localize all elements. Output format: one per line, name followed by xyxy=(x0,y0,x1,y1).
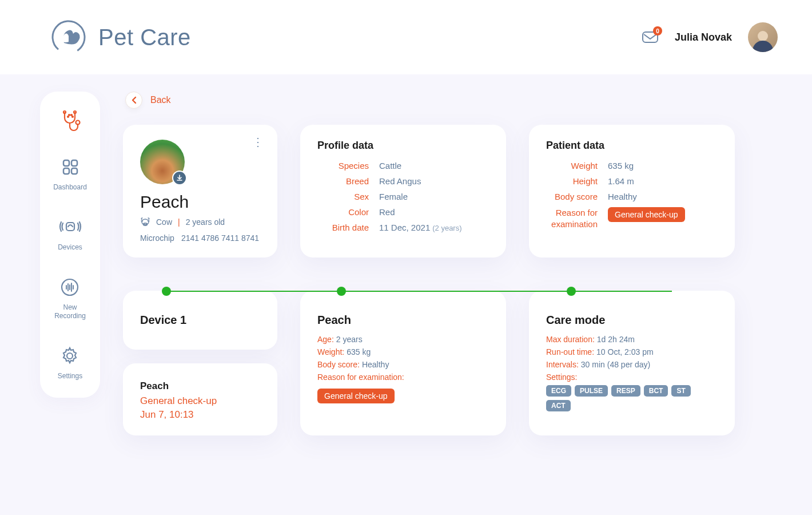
appointment-name: Peach xyxy=(140,381,260,392)
back-label[interactable]: Back xyxy=(150,95,171,105)
microchip-label: Microchip xyxy=(140,233,174,243)
chevron-left-icon xyxy=(131,96,137,104)
username: Julia Novak xyxy=(675,31,732,43)
cow-icon xyxy=(140,217,150,227)
patient-k: Weight xyxy=(546,161,598,171)
timeline-dot xyxy=(162,287,171,296)
sidebar-item-label: Dashboard xyxy=(53,183,87,192)
chip: ST xyxy=(671,385,690,397)
mail-badge: 0 xyxy=(653,26,662,35)
mail-button[interactable]: 0 xyxy=(642,30,659,45)
sidebar-item-exam[interactable] xyxy=(59,109,82,132)
sidebar-item-label: Settings xyxy=(58,372,82,381)
timeline-dot xyxy=(567,287,576,296)
sidebar-item-label: New Recording xyxy=(54,303,86,320)
timeline xyxy=(166,291,672,292)
gear-icon xyxy=(58,344,81,367)
profile-v: 11 Dec, 2021(2 years) xyxy=(379,223,462,232)
profile-v: Cattle xyxy=(379,161,401,171)
svg-point-8 xyxy=(72,116,73,117)
settings-chips: ECG PULSE RESP BCT ST ACT xyxy=(546,385,718,411)
profile-k: Color xyxy=(317,207,369,217)
profile-v: Red xyxy=(379,207,395,217)
profile-k: Species xyxy=(317,161,369,171)
svg-point-23 xyxy=(144,224,145,225)
brand-logo-icon xyxy=(51,20,86,54)
svg-point-20 xyxy=(67,353,73,359)
pet-kind: Cow xyxy=(156,217,172,227)
sidebar-item-settings[interactable]: Settings xyxy=(58,344,82,381)
device-card: Device 1 xyxy=(123,291,277,350)
stethoscope-icon xyxy=(59,109,82,132)
chip: ACT xyxy=(546,400,571,411)
chip: ECG xyxy=(546,385,571,397)
user-avatar[interactable] xyxy=(748,22,778,52)
pet-card: ⋮ Peach xyxy=(123,125,277,258)
device-title: Device 1 xyxy=(140,314,260,327)
chip: PULSE xyxy=(575,385,608,397)
sidebar-item-devices[interactable]: Devices xyxy=(58,216,82,252)
svg-point-4 xyxy=(75,121,79,125)
brand-name: Pet Care xyxy=(98,25,191,50)
pet-age: 2 years old xyxy=(186,217,225,227)
appointment-card[interactable]: Peach General check-up Jun 7, 10:13 xyxy=(123,363,277,435)
patient-v: 635 kg xyxy=(608,161,634,171)
profile-k: Birth date xyxy=(317,223,369,232)
separator: | xyxy=(178,217,180,227)
download-badge[interactable] xyxy=(172,171,187,185)
recording-icon xyxy=(58,276,81,299)
svg-point-7 xyxy=(67,116,69,117)
chip: RESP xyxy=(611,385,640,397)
profile-v: Female xyxy=(379,192,408,201)
svg-point-24 xyxy=(146,224,146,225)
profile-k: Breed xyxy=(317,176,369,186)
profile-k: Sex xyxy=(317,192,369,201)
svg-rect-12 xyxy=(71,168,77,174)
microchip-value: 2141 4786 7411 8741 xyxy=(181,233,259,243)
download-icon xyxy=(176,175,183,181)
timeline-dot xyxy=(337,287,346,296)
pet-menu-button[interactable]: ⋮ xyxy=(252,138,264,145)
devices-icon xyxy=(59,216,82,239)
back-button[interactable] xyxy=(125,92,142,109)
sidebar: Dashboard Devices xyxy=(40,92,100,398)
appointment-dt: Jun 7, 10:13 xyxy=(140,409,260,421)
profile-card: Profile data SpeciesCattle BreedRed Angu… xyxy=(300,125,506,258)
summary-title: Peach xyxy=(317,314,489,327)
patient-v: 1.64 m xyxy=(608,176,634,186)
chip: BCT xyxy=(644,385,668,397)
profile-title: Profile data xyxy=(317,140,489,152)
summary-card: Peach Age:2 years Weight:635 kg Body sco… xyxy=(300,291,506,435)
svg-rect-11 xyxy=(63,168,69,174)
reason-pill: General check-up xyxy=(608,207,685,222)
svg-rect-10 xyxy=(71,160,77,166)
patient-k: Body score xyxy=(546,192,598,201)
profile-v: Red Angus xyxy=(379,176,421,186)
sidebar-item-new-recording[interactable]: New Recording xyxy=(54,276,86,320)
svg-point-21 xyxy=(142,219,149,225)
reason-pill: General check-up xyxy=(317,389,395,403)
pet-name: Peach xyxy=(140,192,260,212)
patient-k: Height xyxy=(546,176,598,186)
app-header: Pet Care 0 Julia Novak xyxy=(0,0,812,74)
brand: Pet Care xyxy=(51,20,191,54)
svg-rect-9 xyxy=(63,160,69,166)
svg-point-5 xyxy=(69,114,70,116)
sidebar-item-dashboard[interactable]: Dashboard xyxy=(53,156,87,192)
svg-point-6 xyxy=(71,114,72,116)
dashboard-icon xyxy=(59,156,82,179)
patient-title: Patient data xyxy=(546,140,718,152)
patient-k: Reason for examination xyxy=(546,207,598,229)
patient-card: Patient data Weight635 kg Height1.64 m B… xyxy=(529,125,735,258)
caremode-title: Care mode xyxy=(546,314,718,327)
patient-v: Healthy xyxy=(608,192,637,201)
appointment-reason: General check-up xyxy=(140,395,260,407)
sidebar-item-label: Devices xyxy=(58,243,82,252)
caremode-card: Care mode Max duration:1d 2h 24m Run-out… xyxy=(529,291,735,435)
